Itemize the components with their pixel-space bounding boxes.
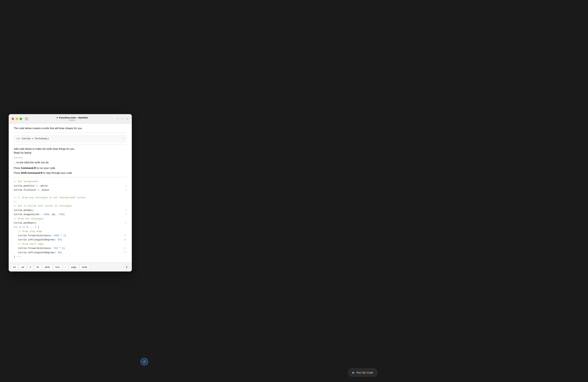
editor-area[interactable]: The code below creates a turtle that wil…	[9, 124, 132, 263]
code-line-comment-longedge: // Draw long edge	[14, 229, 127, 233]
titlebar-center: Functions Intro - Starfield Sketch	[28, 116, 116, 121]
titlebar-nav: ‹ › +	[116, 116, 129, 121]
init-code-content: var turtle = Tortoise()	[16, 136, 121, 141]
traffic-lights	[12, 117, 22, 120]
var-keyword: var	[16, 137, 21, 140]
press-line-2: Press Shift-Command-R to step through yo…	[14, 171, 127, 175]
code-section[interactable]: // Set background turtle.penColor = .whi…	[9, 179, 132, 259]
upload-icon: ⬆	[126, 266, 128, 268]
window-subtitle: Sketch	[69, 119, 75, 121]
instructions-section: Add code below to make the turtle draw t…	[9, 147, 132, 175]
editor-bottom-space	[9, 259, 132, 263]
code-line-comment-drawrect: // Draw the rectangle	[14, 217, 127, 221]
toolbar-i-button[interactable]: i	[63, 265, 68, 270]
code-line-for: for i in 1 ... 2 {	[14, 225, 127, 229]
toolbar-var-button[interactable]: var	[19, 265, 27, 270]
editor-window: Functions Intro - Starfield Sketch ‹ › +…	[9, 114, 132, 271]
cmd-r-bold: Command-R	[21, 167, 36, 170]
run-my-code-button[interactable]: ▶ Run My Code	[348, 368, 378, 377]
code-line-diagonal: turtle.diagonal(dx: -1000, dy: -700) ⊙	[14, 212, 127, 216]
nav-back-button[interactable]: ‹	[116, 116, 119, 121]
toolbar-let-button[interactable]: let	[11, 265, 18, 270]
reload-button[interactable]: ↺	[141, 358, 148, 365]
nav-forward-button[interactable]: ›	[120, 116, 124, 121]
code-line-left90-2: turtle.left(angleInDegrees: 90) 2×	[14, 250, 127, 255]
gutter-icon-1: ⊙	[121, 137, 124, 141]
code-line-forward700: turtle.forward(distance: 700 * 2) 2×	[14, 246, 127, 250]
toolbar-while-button[interactable]: while	[42, 265, 52, 270]
reload-icon: ↺	[143, 360, 146, 364]
toolbar-for-button[interactable]: for	[34, 265, 42, 270]
toolbar-upload-button[interactable]: ⬆	[124, 264, 130, 270]
canvas-panel: ↺ ▶ Run My Code	[138, 0, 588, 382]
titlebar: Functions Intro - Starfield Sketch ‹ › +	[9, 114, 132, 124]
bottom-toolbar: let var if for while func i page turtle …	[9, 263, 132, 271]
shift-cmd-r-bold: Shift-Command-R	[21, 172, 42, 174]
run-button-label: Run My Code	[357, 371, 373, 374]
code-line-comment-slash: //	[14, 200, 127, 204]
play-icon: ▶	[353, 371, 355, 374]
code-line-pencolor: turtle.penColor = .white ⊙	[14, 184, 127, 188]
init-code-block: var turtle = Tortoise() ⊙	[14, 135, 127, 143]
toolbar-page-button[interactable]: page	[69, 265, 79, 270]
close-button[interactable]	[12, 117, 14, 120]
title-dot	[57, 117, 58, 118]
instruction-code: turtle.	[14, 156, 127, 159]
code-line-comment-rect1: // 1. Draw big rectangle to set "backgro…	[14, 195, 127, 200]
intro-text: The code below creates a turtle that wil…	[14, 126, 127, 130]
intro-section: The code below creates a turtle that wil…	[9, 126, 132, 130]
code-line-forward1000: turtle.forward(distance: 1000 * 2) 2×	[14, 233, 127, 238]
code-line-comment-setbg: // Set background	[14, 179, 127, 184]
code-line-left90-1: turtle.left(angleInDegrees: 90) 2×	[14, 238, 127, 242]
instruction-2: Begin by typing:	[14, 151, 127, 155]
code-line-penup: turtle.penUp() ⊙	[14, 208, 127, 212]
code-line-pendown: turtle.penDown() ⊙	[14, 221, 127, 225]
press-line-1: Press Command-R to run your code.	[14, 166, 127, 170]
toolbar-if-button[interactable]: if	[27, 265, 34, 270]
nav-add-button[interactable]: +	[125, 116, 129, 121]
code-line-fillcolor: turtle.fillColor = .black ⊙	[14, 188, 127, 192]
toolbar-turtle-button[interactable]: turtle	[80, 265, 89, 270]
blank-line-1	[14, 192, 127, 195]
toolbar-func-button[interactable]: func	[53, 265, 62, 270]
code-line-comment-shortedge: // Draw short edge	[14, 242, 127, 246]
maximize-button[interactable]	[20, 117, 22, 120]
minimize-button[interactable]	[16, 117, 18, 120]
divider-2	[14, 145, 127, 145]
code-line-closing-brace: } •••	[14, 255, 127, 259]
instruction-3: ... to see what the turtle can do.	[14, 161, 127, 164]
init-code-line: var turtle = Tortoise() ⊙	[16, 136, 124, 141]
sidebar-toggle-button[interactable]	[25, 117, 28, 120]
code-line-comment-gettocorner: // Get to bottom left corner of rectangl…	[14, 204, 127, 208]
window-title: Functions Intro - Starfield	[57, 116, 88, 119]
instruction-1: Add code below to make the turtle draw t…	[14, 147, 127, 151]
